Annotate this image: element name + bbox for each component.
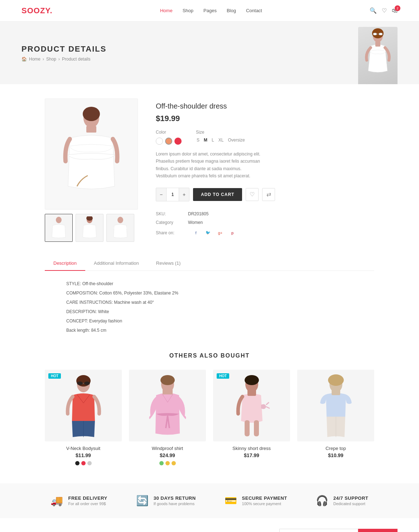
size-options: S M L XL Oversize	[196, 138, 246, 143]
nav-links: Home Shop Pages Blog Contact	[160, 8, 262, 13]
card-price-2: $24.99	[129, 452, 206, 458]
sku-value: DR201805	[188, 211, 208, 216]
newsletter-form: SUBSCRIBE	[279, 529, 398, 532]
category-value: Women	[188, 220, 203, 225]
payment-icon: 💳	[225, 495, 237, 507]
delivery-icon: 🚚	[50, 495, 63, 507]
feature-return: 🔄 30 DAYS RETURN If goods have problems	[136, 495, 196, 507]
nav-home[interactable]: Home	[160, 8, 173, 13]
card-image-1[interactable]: HOT	[45, 370, 122, 441]
search-icon[interactable]: 🔍	[370, 7, 377, 14]
card-swatch-yellow1[interactable]	[165, 461, 170, 465]
wishlist-button[interactable]: ♡	[246, 188, 259, 201]
color-swatch-white[interactable]	[156, 138, 163, 145]
thumbnail-2[interactable]	[76, 214, 103, 242]
nav-blog[interactable]: Blog	[227, 8, 236, 13]
card-swatch-black[interactable]	[75, 461, 80, 465]
card-image-2[interactable]	[129, 370, 206, 441]
newsletter-email-input[interactable]	[279, 529, 358, 532]
quantity-control: − +	[156, 188, 189, 201]
hot-badge-1: HOT	[48, 373, 61, 379]
qty-decrease[interactable]: −	[156, 188, 166, 201]
add-to-cart-button[interactable]: ADD TO CART	[193, 188, 242, 201]
size-xl[interactable]: XL	[218, 138, 225, 143]
svg-point-20	[160, 375, 175, 385]
product-info: Off-the-shoulder dress $19.99 Color Size…	[156, 99, 374, 242]
googleplus-icon[interactable]: g+	[216, 229, 225, 237]
size-option-group: Size S M L XL Oversize	[196, 130, 246, 145]
breadcrumb-shop[interactable]: Shop	[46, 57, 56, 62]
tab-content-description: STYLE: Off-the-shoulder COMPOSITION: Cot…	[45, 279, 374, 335]
size-m[interactable]: M	[203, 138, 208, 143]
desc-line-3: CARE INSTRUCTIONS: Machine wash at 40°	[66, 298, 353, 307]
cart-icon[interactable]: 🛍 2	[392, 8, 398, 14]
category-label: Category	[156, 220, 188, 225]
tab-reviews[interactable]: Reviews (1)	[148, 256, 189, 271]
breadcrumb-home[interactable]: Home	[29, 57, 40, 62]
hero-image	[358, 21, 398, 84]
feature-delivery: 🚚 FREE DELIVERY For all order over 99$	[50, 495, 107, 507]
desc-line-1: STYLE: Off-the-shoulder	[66, 279, 353, 288]
wishlist-icon[interactable]: ♡	[382, 7, 387, 14]
card-swatch-red[interactable]	[81, 461, 86, 465]
svg-rect-24	[245, 420, 250, 436]
feature-payment-text: SECURE PAYMENT 100% secure payment	[242, 495, 287, 506]
newsletter-subscribe-button[interactable]: SUBSCRIBE	[358, 529, 398, 532]
newsletter-section: #get the offer GET AN EXTRA OFFER SUBSCR…	[0, 518, 419, 532]
product-card-3: HOT Skinny shor	[213, 370, 290, 465]
pinterest-icon[interactable]: p	[228, 229, 237, 237]
size-s[interactable]: S	[196, 138, 200, 143]
card-image-3[interactable]: HOT	[213, 370, 290, 441]
feature-delivery-text: FREE DELIVERY For all order over 99$	[68, 495, 107, 506]
size-l[interactable]: L	[211, 138, 215, 143]
color-swatch-orange[interactable]	[165, 138, 172, 145]
size-oversize[interactable]: Oversize	[227, 138, 245, 143]
tabs-header: Description Additional Information Revie…	[45, 256, 374, 271]
category-row: Category Women	[156, 220, 374, 225]
card-image-4[interactable]	[297, 370, 374, 441]
home-icon: 🏠	[21, 57, 27, 62]
twitter-icon[interactable]: 🐦	[204, 229, 212, 237]
share-row: Share on: f 🐦 g+ p	[156, 229, 374, 237]
qty-increase[interactable]: +	[179, 188, 189, 201]
svg-rect-26	[247, 389, 256, 396]
color-swatches	[156, 138, 182, 145]
card-name-1: V-Neck Bodysuit	[45, 446, 122, 451]
nav-pages[interactable]: Pages	[203, 8, 217, 13]
thumbnail-3[interactable]	[106, 214, 134, 242]
card-name-4: Crepe top	[297, 446, 374, 451]
card-price-3: $17.99	[213, 452, 290, 458]
nav-contact[interactable]: Contact	[246, 8, 262, 13]
hero-text: PRODUCT DETAILS 🏠 Home › Shop › Product …	[21, 44, 106, 62]
product-description: Lorem ipsum dolor sit amet, consectetur …	[156, 150, 263, 180]
options-row: Color Size S M L XL Oversize	[156, 130, 374, 145]
desc-line-5: CONCEPT: Everyday fashion	[66, 317, 353, 325]
card-name-2: Windproof shirt	[129, 446, 206, 451]
card-swatch-yellow2[interactable]	[172, 461, 176, 465]
tab-description[interactable]: Description	[45, 256, 85, 271]
support-desc: Dedicated support	[333, 502, 369, 506]
support-icon: 🎧	[316, 495, 328, 507]
card-swatch-green[interactable]	[159, 461, 164, 465]
payment-desc: 100% secure payment	[242, 502, 287, 506]
sku-row: SKU: DR201805	[156, 211, 374, 216]
card-swatch-gray[interactable]	[87, 461, 92, 465]
product-section: Off-the-shoulder dress $19.99 Color Size…	[38, 99, 381, 242]
svg-point-17	[84, 382, 90, 385]
thumbnail-1[interactable]	[45, 214, 73, 242]
tab-additional-info[interactable]: Additional Information	[85, 256, 148, 271]
desc-line-2: COMPOSITION: Cotton 65%, Polyester 33%, …	[66, 289, 353, 297]
compare-button[interactable]: ⇄	[262, 188, 275, 201]
svg-point-23	[245, 375, 259, 385]
nav-shop[interactable]: Shop	[183, 8, 193, 13]
add-to-cart-row: − + ADD TO CART ♡ ⇄	[156, 188, 374, 201]
product-meta: SKU: DR201805 Category Women Share on: f…	[156, 211, 374, 237]
svg-point-9	[56, 217, 62, 223]
delivery-title: FREE DELIVERY	[68, 495, 107, 501]
product-name: Off-the-shoulder dress	[156, 102, 374, 110]
logo[interactable]: SOOZY.	[21, 6, 53, 15]
color-swatch-red[interactable]	[174, 138, 182, 145]
facebook-icon[interactable]: f	[192, 229, 200, 237]
qty-input[interactable]	[166, 188, 179, 201]
color-option-group: Color	[156, 130, 182, 145]
